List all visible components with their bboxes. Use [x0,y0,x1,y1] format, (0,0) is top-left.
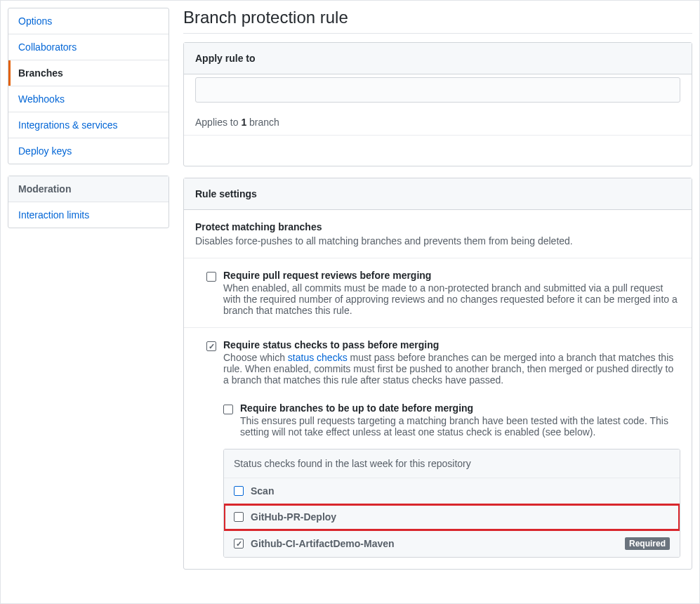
sidebar-item-webhooks[interactable]: Webhooks [8,86,169,112]
require-status-checks-title: Require status checks to pass before mer… [223,339,680,350]
require-status-checks-desc: Choose which status checks must pass bef… [223,352,680,386]
rule-settings-panel: Rule settings Protect matching branches … [183,178,692,570]
status-check-row-github-ci-artifactdemo[interactable]: Github-CI-ArtifactDemo-Maven Required [224,530,680,557]
sidebar-moderation-header: Moderation [8,176,169,202]
require-up-to-date-title: Require branches to be up to date before… [240,402,680,414]
sidebar-item-interaction-limits[interactable]: Interaction limits [8,202,169,228]
branch-pattern-input[interactable] [195,77,680,103]
status-checks-link[interactable]: status checks [288,352,348,363]
sidebar-item-options[interactable]: Options [8,8,169,34]
protect-desc: Disables force-pushes to all matching br… [195,235,680,247]
apply-rule-panel: Apply rule to Applies to 1 branch [183,42,692,166]
status-check-label: GitHub-PR-Deploy [251,511,336,523]
required-badge: Required [625,537,670,550]
status-check-row-scan[interactable]: Scan [224,478,680,504]
status-check-row-github-pr-deploy[interactable]: GitHub-PR-Deploy [224,504,680,530]
option-require-status-checks: Require status checks to pass before mer… [184,339,692,397]
protect-title: Protect matching branches [195,221,680,232]
status-check-label: Scan [251,485,274,497]
applies-to-text: Applies to 1 branch [184,110,692,135]
require-pr-reviews-title: Require pull request reviews before merg… [223,270,680,281]
sidebar-nav-list: Options Collaborators Branches Webhooks … [8,8,169,164]
status-checks-header: Status checks found in the last week for… [224,449,680,478]
status-check-label: Github-CI-ArtifactDemo-Maven [251,538,395,549]
sidebar-item-branches[interactable]: Branches [8,60,169,86]
sidebar-moderation-list: Moderation Interaction limits [8,176,169,228]
main-content: Branch protection rule Apply rule to App… [183,8,692,596]
sidebar-item-collaborators[interactable]: Collaborators [8,34,169,60]
checkbox-github-pr-deploy[interactable] [234,512,244,522]
status-checks-panel: Status checks found in the last week for… [223,449,680,558]
apply-rule-header: Apply rule to [184,43,692,74]
checkbox-require-up-to-date[interactable] [223,405,233,414]
sidebar-item-deploy-keys[interactable]: Deploy keys [8,138,169,164]
sidebar-item-integrations[interactable]: Integrations & services [8,112,169,138]
checkbox-scan[interactable] [234,486,244,496]
rule-settings-header: Rule settings [184,178,692,210]
option-require-up-to-date: Require branches to be up to date before… [184,397,692,449]
page-title: Branch protection rule [183,8,692,34]
require-up-to-date-desc: This ensures pull requests targeting a m… [240,415,680,438]
protect-section: Protect matching branches Disables force… [184,210,692,258]
require-pr-reviews-desc: When enabled, all commits must be made t… [223,282,680,316]
checkbox-github-ci-artifactdemo[interactable] [234,539,244,549]
checkbox-require-status-checks[interactable] [206,341,216,351]
settings-sidebar: Options Collaborators Branches Webhooks … [8,8,169,596]
option-require-pr-reviews: Require pull request reviews before merg… [184,270,692,327]
checkbox-require-pr-reviews[interactable] [206,272,216,282]
